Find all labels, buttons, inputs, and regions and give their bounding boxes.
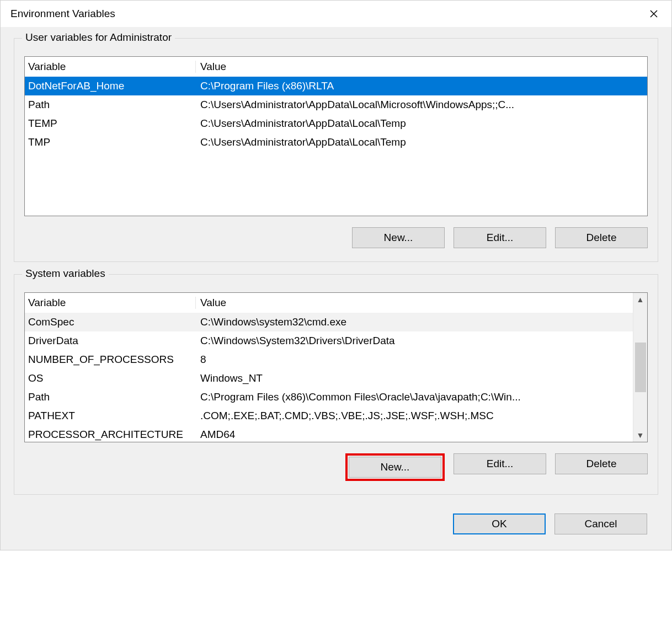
dialog-body: User variables for Administrator Variabl… (1, 27, 671, 550)
ok-button[interactable]: OK (453, 513, 546, 534)
user-variables-legend: User variables for Administrator (22, 31, 175, 44)
window-title: Environment Variables (10, 8, 115, 20)
cell-value: C:\Program Files (x86)\Common Files\Orac… (196, 391, 633, 403)
dialog-buttons-row: OK Cancel (14, 513, 658, 534)
system-list-rows: ComSpecC:\Windows\system32\cmd.exeDriver… (25, 313, 633, 442)
system-variables-group: System variables Variable Value ComSpecC… (14, 274, 658, 495)
table-row[interactable]: PATHEXT.COM;.EXE;.BAT;.CMD;.VBS;.VBE;.JS… (25, 406, 633, 425)
user-new-button[interactable]: New... (352, 227, 445, 248)
close-button[interactable] (643, 4, 665, 24)
user-variables-list[interactable]: Variable Value DotNetForAB_HomeC:\Progra… (24, 56, 648, 216)
cell-value: 8 (196, 354, 633, 366)
user-variables-group: User variables for Administrator Variabl… (14, 38, 658, 262)
table-row[interactable]: PathC:\Users\Administrator\AppData\Local… (25, 95, 647, 114)
cell-variable: Path (25, 391, 196, 403)
table-row[interactable]: TMPC:\Users\Administrator\AppData\Local\… (25, 133, 647, 152)
cell-variable: DotNetForAB_Home (25, 80, 196, 92)
cell-variable: PATHEXT (25, 410, 196, 422)
scroll-up-icon[interactable]: ▲ (637, 293, 644, 306)
cell-value: C:\Users\Administrator\AppData\Local\Tem… (196, 136, 647, 148)
user-delete-button[interactable]: Delete (555, 227, 648, 248)
cell-value: C:\Program Files (x86)\RLTA (196, 80, 647, 92)
system-new-button[interactable]: New... (349, 457, 441, 478)
titlebar: Environment Variables (1, 1, 671, 27)
cell-value: AMD64 (196, 429, 633, 441)
cell-value: .COM;.EXE;.BAT;.CMD;.VBS;.VBE;.JS;.JSE;.… (196, 410, 633, 422)
table-row[interactable]: NUMBER_OF_PROCESSORS8 (25, 350, 633, 369)
table-row[interactable]: DriverDataC:\Windows\System32\Drivers\Dr… (25, 331, 633, 350)
scroll-down-icon[interactable]: ▼ (637, 429, 644, 442)
column-header-variable[interactable]: Variable (25, 61, 196, 73)
user-edit-button[interactable]: Edit... (454, 227, 546, 248)
cell-variable: PROCESSOR_ARCHITECTURE (25, 429, 196, 441)
table-row[interactable]: TEMPC:\Users\Administrator\AppData\Local… (25, 114, 647, 133)
table-row[interactable]: ComSpecC:\Windows\system32\cmd.exe (25, 313, 633, 331)
table-row[interactable]: OSWindows_NT (25, 369, 633, 388)
table-row[interactable]: DotNetForAB_HomeC:\Program Files (x86)\R… (25, 77, 647, 95)
system-variables-legend: System variables (22, 268, 109, 280)
cell-variable: NUMBER_OF_PROCESSORS (25, 354, 196, 366)
cell-variable: TEMP (25, 117, 196, 130)
cell-variable: OS (25, 372, 196, 384)
cancel-button[interactable]: Cancel (554, 513, 647, 534)
column-header-value[interactable]: Value (196, 61, 647, 73)
system-delete-button[interactable]: Delete (555, 453, 648, 474)
cell-value: C:\Users\Administrator\AppData\Local\Mic… (196, 99, 647, 111)
system-variables-list[interactable]: Variable Value ComSpecC:\Windows\system3… (24, 292, 648, 442)
system-new-highlight: New... (345, 453, 445, 481)
table-row[interactable]: PROCESSOR_ARCHITECTUREAMD64 (25, 425, 633, 442)
user-buttons-row: New... Edit... Delete (24, 227, 648, 248)
environment-variables-dialog: Environment Variables User variables for… (0, 0, 672, 550)
user-list-header: Variable Value (25, 57, 647, 77)
cell-value: Windows_NT (196, 372, 633, 384)
system-list-scrollbar[interactable]: ▲ ▼ (633, 293, 647, 442)
close-icon (649, 9, 658, 18)
user-list-rows: DotNetForAB_HomeC:\Program Files (x86)\R… (25, 77, 647, 152)
cell-value: C:\Users\Administrator\AppData\Local\Tem… (196, 117, 647, 130)
scrollbar-thumb[interactable] (635, 343, 646, 392)
column-header-variable[interactable]: Variable (25, 297, 196, 309)
system-list-header: Variable Value (25, 293, 633, 313)
cell-variable: DriverData (25, 335, 196, 347)
cell-value: C:\Windows\System32\Drivers\DriverData (196, 335, 633, 347)
column-header-value[interactable]: Value (196, 297, 633, 309)
cell-value: C:\Windows\system32\cmd.exe (196, 316, 633, 328)
system-buttons-row: New... Edit... Delete (24, 453, 648, 481)
system-edit-button[interactable]: Edit... (454, 453, 546, 474)
cell-variable: Path (25, 99, 196, 111)
cell-variable: ComSpec (25, 316, 196, 328)
table-row[interactable]: PathC:\Program Files (x86)\Common Files\… (25, 388, 633, 406)
cell-variable: TMP (25, 136, 196, 148)
